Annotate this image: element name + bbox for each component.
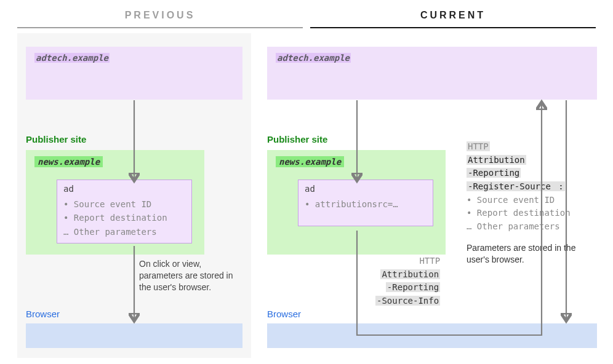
http-header: HTTP (375, 255, 440, 268)
publisher-domain: news.example (34, 156, 103, 167)
panel-current: adtech.example Publisher site news.examp… (258, 33, 492, 358)
publisher-title: Publisher site (267, 134, 327, 144)
publisher-domain: news.example (276, 156, 344, 167)
header-row: PREVIOUS CURRENT (17, 10, 596, 28)
adtech-label: adtech.example (276, 53, 351, 63)
http-line: -Register-Source : (467, 180, 596, 194)
adtech-bar-previous: adtech.example (26, 47, 242, 100)
publisher-box-current: news.example ad attributionsrc=… (267, 150, 446, 255)
http-line: -Source-Info (375, 295, 440, 308)
current-annotation: Parameters are stored in the user's brow… (467, 242, 596, 266)
adtech-bar-current: adtech.example (267, 47, 597, 100)
http-register-source: HTTP Attribution -Reporting -Register-So… (467, 140, 596, 266)
ad-line: Source event ID (63, 197, 185, 211)
publisher-box-previous: news.example ad Source event ID Report d… (26, 150, 204, 255)
http-line: -Reporting (375, 281, 440, 295)
browser-bar-previous (26, 323, 242, 348)
adtech-label: adtech.example (34, 53, 110, 63)
browser-title: Browser (267, 309, 301, 319)
param-line: Report destination (467, 207, 596, 220)
http-source-info: HTTP Attribution -Reporting -Source-Info (375, 255, 440, 308)
http-line: Attribution (467, 154, 596, 167)
ad-label: ad (63, 184, 185, 194)
ad-line: attributionsrc=… (305, 197, 427, 211)
header-current: CURRENT (310, 10, 596, 28)
http-header: HTTP (467, 140, 596, 154)
previous-annotation: On click or view, parameters are stored … (139, 258, 246, 293)
ad-box-previous: ad Source event ID Report destination Ot… (57, 180, 192, 243)
ad-label: ad (305, 184, 427, 194)
panel-previous: adtech.example Publisher site news.examp… (17, 33, 251, 358)
http-params: Source event ID Report destination Other… (467, 194, 596, 234)
http-line: -Reporting (467, 167, 596, 180)
param-line: Other parameters (467, 220, 596, 234)
publisher-title: Publisher site (26, 134, 86, 144)
param-line: Source event ID (467, 194, 596, 207)
header-previous: PREVIOUS (17, 10, 303, 28)
ad-box-current: ad attributionsrc=… (298, 180, 433, 226)
http-line: Attribution (375, 268, 440, 282)
ad-line: Report destination (63, 211, 185, 224)
browser-bar-current (267, 323, 597, 348)
browser-title: Browser (26, 309, 60, 319)
ad-line: Other parameters (63, 225, 185, 239)
